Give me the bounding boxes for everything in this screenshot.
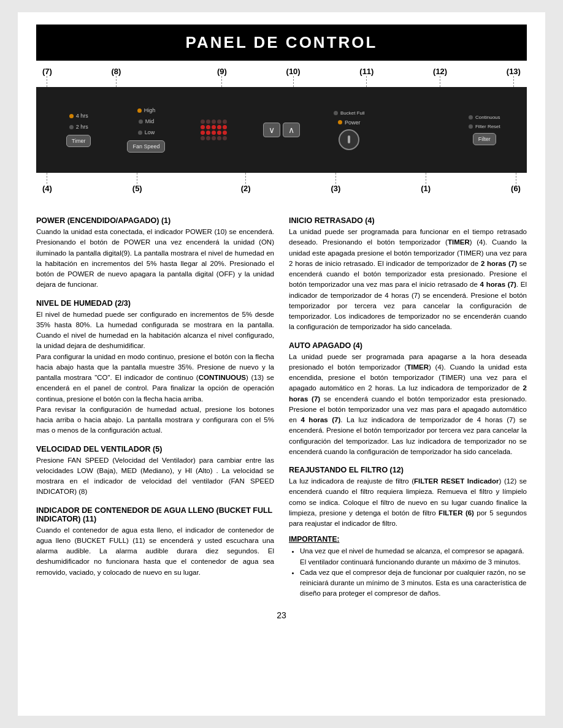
mid-indicator: Mid — [139, 118, 155, 124]
section-power-title: POWER (ENCENDIDO/APAGADO) (1) — [36, 216, 274, 225]
label-1: (1) — [421, 173, 431, 193]
content-columns: POWER (ENCENDIDO/APAGADO) (1) Cuando la … — [36, 208, 527, 599]
bucket-full-indicator: Bucket Full — [334, 110, 365, 116]
page: PANEL DE CONTROL (7) (8) (9) (10) (11) — [18, 12, 545, 716]
right-column: INICIO RETRASADO (4) La unidad puede ser… — [289, 208, 527, 599]
timer-4hrs-led — [69, 114, 74, 118]
label-9: (9) — [217, 67, 227, 87]
filter-column: Continuous Filter Reset Filter — [452, 115, 517, 145]
fan-speed-button[interactable]: Fan Speed — [127, 140, 165, 153]
panel-graphic: 4 hrs 2 hrs Timer High Mid — [36, 87, 527, 173]
section-auto-apagado-text: La unidad puede ser programada para apag… — [289, 352, 527, 458]
panel-title-bar: PANEL DE CONTROL — [36, 25, 527, 61]
section-humidity-text: El nivel de humedad puede ser configurad… — [36, 309, 274, 436]
section-inicio-retrasado-title: INICIO RETRASADO (4) — [289, 216, 527, 225]
low-indicator: Low — [138, 129, 155, 135]
humidity-grid — [201, 119, 227, 140]
section-filtro-text: La luz indicadora de reajuste de filtro … — [289, 476, 527, 529]
label-13: (13) — [507, 67, 521, 87]
label-10: (10) — [286, 67, 301, 87]
label-3: (3) — [331, 173, 340, 193]
label-4: (4) — [42, 173, 52, 193]
continuous-indicator: Continuous — [469, 115, 500, 120]
section-importante: IMPORTANTE: Una vez que el nivel de hume… — [289, 535, 527, 599]
arrow-pair: ∨ ∧ — [263, 123, 300, 137]
label-8: (8) — [112, 67, 121, 87]
section-filtro: REAJUSTANDO EL FILTRO (12) La luz indica… — [289, 466, 527, 529]
timer-2hrs-led — [69, 125, 74, 129]
label-7: (7) — [42, 67, 52, 87]
section-filtro-title: REAJUSTANDO EL FILTRO (12) — [289, 466, 527, 474]
timer-column: 4 hrs 2 hrs Timer — [46, 113, 111, 147]
section-fan-speed-title: VELOCIDAD DEL VENTILADOR (5) — [36, 445, 274, 453]
mid-led — [139, 119, 143, 124]
high-led — [137, 108, 142, 113]
top-labels-row: (7) (8) (9) (10) (11) (12) — [36, 61, 527, 87]
section-inicio-retrasado-text: La unidad puede ser programada para func… — [289, 227, 527, 333]
arrow-down-button[interactable]: ∨ — [263, 123, 280, 137]
importante-bullet-2: Cada vez que el compresor deja de funcio… — [300, 567, 527, 599]
humidity-display-col — [182, 119, 247, 140]
label-2: (2) — [241, 173, 251, 193]
page-number: 23 — [36, 610, 527, 620]
section-power: POWER (ENCENDIDO/APAGADO) (1) Cuando la … — [36, 216, 274, 290]
section-bucket-text: Cuando el contenedor de agua esta lleno,… — [36, 525, 274, 578]
timer-button[interactable]: Timer — [66, 135, 91, 147]
section-fan-speed-text: Presione FAN SPEED (Velocidad del Ventil… — [36, 455, 274, 498]
filter-reset-indicator: Filter Reset — [469, 124, 500, 129]
power-led — [338, 120, 342, 124]
timer-2hrs-indicator: 2 hrs — [69, 124, 88, 130]
bucket-full-led — [334, 111, 338, 115]
section-humidity: NIVEL DE HUMEDAD (2/3) El nivel de humed… — [36, 299, 274, 436]
section-bucket: INDICADOR DE CONTENEDOR DE AGUA LLENO (B… — [36, 506, 274, 578]
high-indicator: High — [137, 107, 156, 113]
power-column: Bucket Full Power — [316, 110, 381, 150]
diagram-wrapper: (7) (8) (9) (10) (11) (12) — [36, 61, 527, 198]
section-power-text: Cuando la unidad esta conectada, el indi… — [36, 227, 274, 290]
continuous-led — [469, 115, 473, 119]
importante-bullet-1: Una vez que el nivel de humedad se alcan… — [300, 546, 527, 567]
label-11: (11) — [359, 67, 373, 87]
label-6: (6) — [511, 173, 521, 193]
section-auto-apagado-title: AUTO APAGADO (4) — [289, 341, 527, 350]
power-indicator: Power — [338, 119, 361, 126]
filter-button[interactable]: Filter — [473, 133, 496, 145]
bottom-labels-row: (4) (5) (2) (3) (1) (6) — [36, 173, 527, 198]
label-12: (12) — [433, 67, 447, 87]
section-bucket-title: INDICADOR DE CONTENEDOR DE AGUA LLENO (B… — [36, 506, 274, 523]
importante-title: IMPORTANTE: — [289, 535, 527, 544]
arrows-column: ∨ ∧ — [249, 123, 314, 137]
importante-list: Una vez que el nivel de humedad se alcan… — [289, 546, 527, 599]
low-led — [138, 131, 142, 135]
filter-reset-led — [469, 124, 473, 129]
section-humidity-title: NIVEL DE HUMEDAD (2/3) — [36, 299, 274, 308]
panel-title: PANEL DE CONTROL — [186, 33, 378, 51]
power-icon — [348, 135, 350, 143]
section-auto-apagado: AUTO APAGADO (4) La unidad puede ser pro… — [289, 341, 527, 458]
section-inicio-retrasado: INICIO RETRASADO (4) La unidad puede ser… — [289, 216, 527, 333]
timer-4hrs-indicator: 4 hrs — [69, 113, 88, 119]
fanspeed-column: High Mid Low Fan Speed — [113, 107, 178, 153]
left-column: POWER (ENCENDIDO/APAGADO) (1) Cuando la … — [36, 208, 274, 599]
label-5: (5) — [132, 173, 142, 193]
section-fan-speed: VELOCIDAD DEL VENTILADOR (5) Presione FA… — [36, 445, 274, 498]
power-button[interactable] — [339, 129, 359, 150]
arrow-up-button[interactable]: ∧ — [283, 123, 300, 137]
